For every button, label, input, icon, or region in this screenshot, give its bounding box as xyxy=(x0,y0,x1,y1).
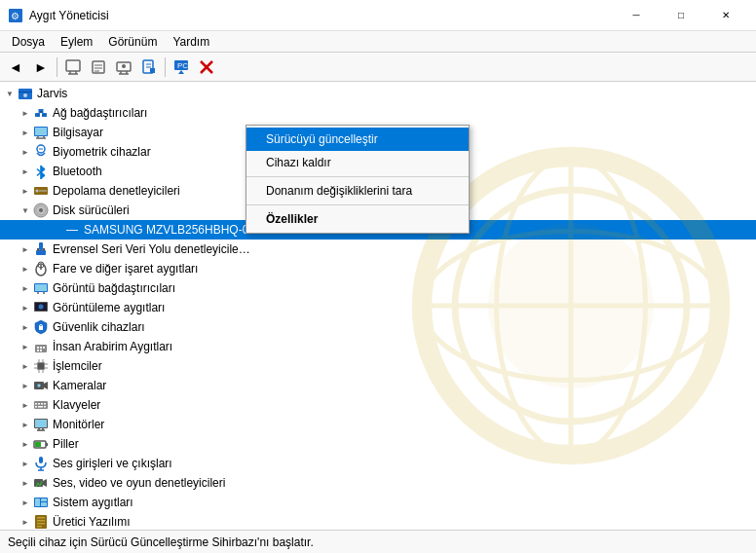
svg-rect-116 xyxy=(41,498,47,501)
tree-item-ag[interactable]: ► Ağ bağdaştırıcıları xyxy=(0,103,756,123)
depolama-icon xyxy=(33,183,49,199)
bilgisayar-expand-icon[interactable]: ► xyxy=(18,125,33,140)
guvenlik-label: Güvenlik cihazları xyxy=(53,320,145,334)
tree-item-guvenlik[interactable]: ► Güvenlik cihazları xyxy=(0,317,756,337)
svg-rect-32 xyxy=(19,92,32,92)
biyometrik-expand-icon[interactable]: ► xyxy=(18,144,33,160)
svg-rect-58 xyxy=(39,242,43,250)
toolbar-btn-5[interactable]: PC xyxy=(170,55,193,79)
toolbar-btn-1[interactable] xyxy=(61,55,85,79)
ag-expand-icon[interactable]: ► xyxy=(18,105,33,121)
menu-gorunum[interactable]: Görünüm xyxy=(100,33,165,51)
remove-button[interactable] xyxy=(195,55,218,79)
back-button[interactable]: ◄ xyxy=(4,55,27,79)
samsung-label: SAMSUNG MZVLB256HBHQ-00… xyxy=(84,223,267,237)
pil-expand-icon[interactable]: ► xyxy=(18,436,33,452)
tree-item-evrensel[interactable]: ► Evrensel Seri Veri Yolu denetleyicile… xyxy=(0,240,756,259)
svg-rect-41 xyxy=(35,128,47,135)
depolama-label: Depolama denetleyicileri xyxy=(53,184,180,198)
tree-root[interactable]: ▼ Jarvis xyxy=(0,84,756,103)
minimize-button[interactable]: ─ xyxy=(614,0,659,31)
tree-item-ses-video[interactable]: ► Ses, video ve oyun denetleyicileri xyxy=(0,473,756,493)
tree-item-monitor[interactable]: ► Monitörler xyxy=(0,415,756,434)
toolbar-btn-4[interactable] xyxy=(137,55,161,79)
tree-item-goruntu-ayg[interactable]: ► Görüntüleme aygıtları xyxy=(0,298,756,317)
svg-rect-60 xyxy=(37,248,39,251)
uretici-label: Üretici Yazılımı xyxy=(53,515,131,529)
toolbar-btn-3[interactable] xyxy=(112,55,135,79)
fare-expand-icon[interactable]: ► xyxy=(18,261,33,276)
islemci-expand-icon[interactable]: ► xyxy=(18,358,33,374)
bluetooth-label: Bluetooth xyxy=(53,165,102,178)
pil-icon xyxy=(33,436,49,452)
toolbar-btn-2[interactable] xyxy=(87,55,110,79)
biyometrik-icon xyxy=(33,144,49,160)
svg-rect-97 xyxy=(44,403,46,405)
goruntu-ayg-expand-icon[interactable]: ► xyxy=(18,300,33,315)
ctx-update-driver[interactable]: Sürücüyü güncelleştir xyxy=(246,128,469,151)
close-button[interactable]: ✕ xyxy=(703,0,748,31)
bluetooth-expand-icon[interactable]: ► xyxy=(18,164,33,179)
goruntu-bag-expand-icon[interactable]: ► xyxy=(18,280,33,296)
ses-giris-label: Ses girişleri ve çıkışları xyxy=(53,457,172,470)
klavye-expand-icon[interactable]: ► xyxy=(18,397,33,413)
ctx-properties[interactable]: Özellikler xyxy=(246,207,469,231)
maximize-button[interactable]: □ xyxy=(659,0,703,31)
islemci-icon xyxy=(33,358,49,374)
goruntu-bag-label: Görüntü bağdaştırıcıları xyxy=(53,281,175,295)
sistem-expand-icon[interactable]: ► xyxy=(18,495,33,510)
ctx-scan-hardware[interactable]: Donanım değişikliklerini tara xyxy=(246,179,469,203)
svg-rect-121 xyxy=(37,523,45,525)
tree-item-klavye[interactable]: ► Klavyeler xyxy=(0,395,756,415)
bilgisayar-label: Bilgisayar xyxy=(53,126,103,139)
status-bar: Seçili cihaz için Sürücü Güncelleştirme … xyxy=(0,530,756,553)
tree-item-goruntu-bag[interactable]: ► Görüntü bağdaştırıcıları xyxy=(0,278,756,298)
tree-item-uretici[interactable]: ► Üretici Yazılımı xyxy=(0,512,756,530)
svg-rect-108 xyxy=(35,442,41,447)
svg-text:⚙: ⚙ xyxy=(11,11,19,21)
klavye-label: Klavyeler xyxy=(53,398,100,412)
bluetooth-icon xyxy=(33,164,49,179)
ctx-remove-device[interactable]: Cihazı kaldır xyxy=(246,151,469,174)
ses-video-expand-icon[interactable]: ► xyxy=(18,475,33,491)
uretici-expand-icon[interactable]: ► xyxy=(18,514,33,530)
window-title: Aygıt Yöneticisi xyxy=(29,9,614,22)
menu-eylem[interactable]: Eylem xyxy=(53,33,100,51)
goruntu-ayg-icon xyxy=(33,300,49,315)
window-controls: ─ □ ✕ xyxy=(614,0,748,31)
menu-dosya[interactable]: Dosya xyxy=(4,33,53,51)
sistem-label: Sistem aygıtları xyxy=(53,496,133,509)
svg-rect-100 xyxy=(44,406,46,408)
monitor-expand-icon[interactable]: ► xyxy=(18,417,33,432)
svg-rect-93 xyxy=(34,401,48,409)
tree-item-ses-giris[interactable]: ► Ses girişleri ve çıkışları xyxy=(0,454,756,473)
evrensel-expand-icon[interactable]: ► xyxy=(18,241,33,257)
tree-item-fare[interactable]: ► Fare ve diğer işaret aygıtları xyxy=(0,259,756,278)
svg-point-56 xyxy=(39,208,43,212)
svg-rect-99 xyxy=(38,406,43,408)
root-icon xyxy=(18,86,33,101)
menu-yardim[interactable]: Yardım xyxy=(165,33,217,51)
svg-rect-61 xyxy=(43,248,45,251)
svg-marker-91 xyxy=(44,382,48,389)
goruntu-ayg-label: Görüntüleme aygıtları xyxy=(53,301,165,314)
tree-item-sistem[interactable]: ► Sistem aygıtları xyxy=(0,493,756,512)
kamera-expand-icon[interactable]: ► xyxy=(18,378,33,393)
tree-item-islemci[interactable]: ► İşlemciler xyxy=(0,356,756,376)
root-expand-icon[interactable]: ▼ xyxy=(2,86,18,101)
insan-expand-icon[interactable]: ► xyxy=(18,339,33,354)
guvenlik-expand-icon[interactable]: ► xyxy=(18,319,33,335)
disk-expand-icon[interactable]: ▼ xyxy=(18,203,33,218)
depolama-expand-icon[interactable]: ► xyxy=(18,183,33,199)
svg-rect-81 xyxy=(38,363,44,369)
bilgisayar-icon xyxy=(33,125,49,140)
forward-button[interactable]: ► xyxy=(29,55,53,79)
insan-icon xyxy=(33,339,49,354)
toolbar-separator-2 xyxy=(165,57,166,77)
ses-giris-expand-icon[interactable]: ► xyxy=(18,456,33,471)
ag-icon xyxy=(33,105,49,121)
tree-item-kamera[interactable]: ► Kameralar xyxy=(0,376,756,395)
tree-item-insan[interactable]: ► İnsan Arabirim Aygıtları xyxy=(0,337,756,356)
tree-item-pil[interactable]: ► Piller xyxy=(0,434,756,454)
root-label: Jarvis xyxy=(37,87,67,100)
